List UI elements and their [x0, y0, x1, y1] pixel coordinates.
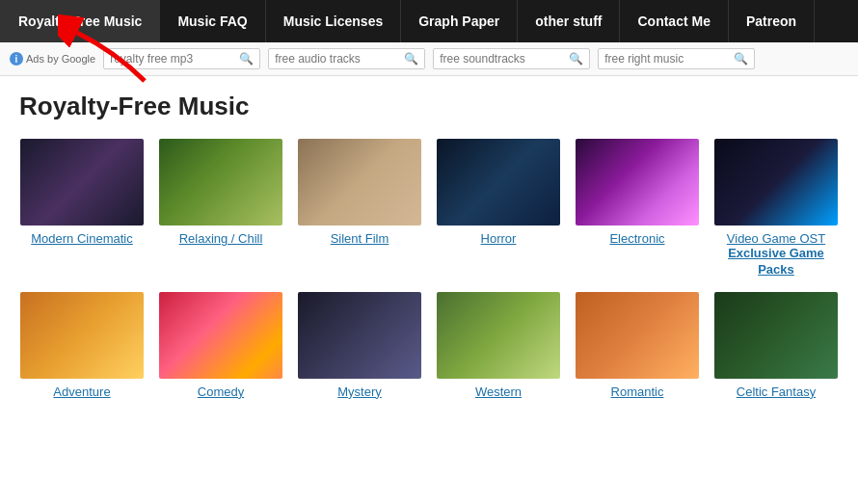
search-input-1[interactable]	[110, 52, 235, 66]
genre-label[interactable]: Modern Cinematic	[31, 231, 133, 246]
genre-label[interactable]: Horror	[481, 231, 517, 246]
genre-item: Adventure	[19, 292, 145, 399]
genre-item: Western	[436, 292, 561, 399]
nav-other-stuff[interactable]: other stuff	[518, 0, 620, 42]
genre-thumbnail[interactable]	[20, 139, 144, 225]
search-input-3[interactable]	[440, 52, 565, 66]
ads-label: i Ads by Google	[10, 52, 95, 66]
genre-label[interactable]: Adventure	[53, 385, 110, 399]
genre-thumbnail[interactable]	[298, 292, 421, 379]
main-content: Royalty-Free Music Modern CinematicRelax…	[0, 76, 858, 414]
search-box-4: 🔍	[598, 48, 755, 69]
genre-item: Comedy	[158, 292, 283, 399]
search-icon-3[interactable]: 🔍	[569, 52, 583, 66]
genre-item: Electronic	[575, 139, 700, 279]
nav-music-faq[interactable]: Music FAQ	[160, 0, 265, 42]
genre-thumbnail[interactable]	[437, 292, 560, 379]
genre-thumbnail[interactable]	[714, 139, 838, 225]
genre-thumbnail[interactable]	[576, 292, 699, 379]
genre-label[interactable]: Western	[475, 385, 522, 399]
nav-contact-me[interactable]: Contact Me	[620, 0, 728, 42]
nav-music-licenses[interactable]: Music Licenses	[266, 0, 402, 42]
genre-label[interactable]: Silent Film	[331, 231, 389, 246]
main-nav: Royalty-Free Music Music FAQ Music Licen…	[0, 0, 858, 42]
genre-label[interactable]: Video Game OST	[727, 231, 825, 246]
search-input-2[interactable]	[275, 52, 400, 66]
genre-label[interactable]: Electronic	[609, 231, 664, 246]
genre-label[interactable]: Comedy	[198, 385, 244, 399]
genre-item: Romantic	[575, 292, 700, 399]
genre-grid-row2: AdventureComedyMysteryWesternRomanticCel…	[19, 292, 839, 399]
search-box-3: 🔍	[433, 48, 590, 69]
genre-label[interactable]: Mystery	[337, 385, 382, 399]
ads-by-google: Ads by Google	[26, 53, 95, 65]
nav-patreon[interactable]: Patreon	[729, 0, 815, 42]
genre-item: Relaxing / Chill	[158, 139, 283, 279]
genre-item: Mystery	[297, 292, 422, 399]
search-box-2: 🔍	[268, 48, 425, 69]
search-input-4[interactable]	[604, 52, 730, 66]
genre-label[interactable]: Romantic	[611, 385, 664, 399]
page-title: Royalty-Free Music	[19, 92, 839, 121]
genre-item: Horror	[436, 139, 561, 279]
nav-royalty-free[interactable]: Royalty-Free Music	[0, 0, 160, 42]
genre-item: Silent Film	[297, 139, 422, 279]
info-icon[interactable]: i	[10, 52, 23, 66]
genre-thumbnail[interactable]	[298, 139, 421, 225]
genre-thumbnail[interactable]	[714, 292, 838, 379]
genre-thumbnail[interactable]	[576, 139, 699, 225]
ads-bar: i Ads by Google 🔍 🔍 🔍 🔍	[0, 42, 858, 76]
genre-grid-row1: Modern CinematicRelaxing / ChillSilent F…	[19, 139, 839, 279]
search-icon-2[interactable]: 🔍	[404, 52, 418, 66]
genre-item: Video Game OSTExclusive Game Packs	[713, 139, 839, 279]
search-icon-1[interactable]: 🔍	[239, 52, 254, 66]
genre-label[interactable]: Celtic Fantasy	[737, 385, 816, 399]
genre-label-extra[interactable]: Exclusive Game Packs	[713, 246, 839, 279]
genre-thumbnail[interactable]	[20, 292, 144, 379]
genre-thumbnail[interactable]	[159, 292, 282, 379]
search-icon-4[interactable]: 🔍	[734, 52, 748, 66]
nav-graph-paper[interactable]: Graph Paper	[401, 0, 518, 42]
genre-thumbnail[interactable]	[437, 139, 560, 225]
genre-item: Celtic Fantasy	[713, 292, 839, 399]
genre-label[interactable]: Relaxing / Chill	[179, 231, 263, 246]
genre-item: Modern Cinematic	[19, 139, 145, 279]
genre-thumbnail[interactable]	[159, 139, 282, 225]
search-box-1: 🔍	[103, 48, 260, 69]
